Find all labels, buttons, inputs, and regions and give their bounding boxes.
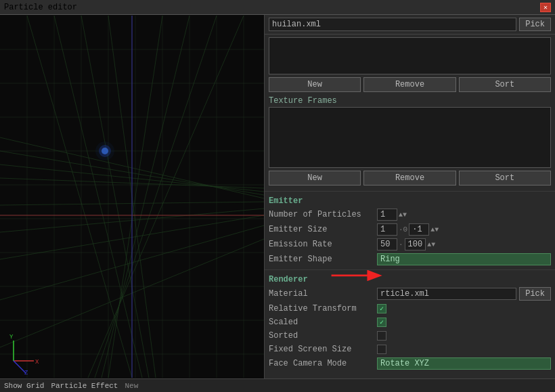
relative-transform-label: Relative Transform <box>269 304 377 313</box>
status-new[interactable]: New <box>125 382 138 390</box>
fixed-screen-size-row: Fixed Screen Size <box>269 343 551 356</box>
top-new-button[interactable]: New <box>269 77 361 92</box>
main-layout: X Y Z Pick New Remove Sort Texture Fra <box>0 15 555 378</box>
num-particles-value: 1 ▲▼ <box>377 209 551 221</box>
status-particle-effect[interactable]: Particle Effect <box>51 382 118 390</box>
svg-point-41 <box>95 141 114 160</box>
title-text: Particle editor <box>4 3 77 12</box>
emitter-header: Emitter <box>269 194 551 207</box>
material-input[interactable]: rticle.xml <box>377 288 516 300</box>
num-particles-row: Number of Particles 1 ▲▼ <box>269 207 551 222</box>
emitter-shape-value: Ring <box>377 253 551 265</box>
fixed-screen-size-checkbox[interactable] <box>377 345 386 354</box>
relative-transform-value <box>377 304 551 313</box>
emitter-size-label: Emitter Size <box>269 225 377 234</box>
status-show-grid[interactable]: Show Grid <box>4 382 44 390</box>
material-label: Material <box>269 289 377 299</box>
close-button[interactable]: ✕ <box>540 3 551 12</box>
bottom-btn-row: New Remove Sort <box>269 171 551 186</box>
file-pick-button[interactable]: Pick <box>519 18 551 31</box>
status-bar: Show Grid Particle Effect New <box>0 378 555 392</box>
emission-rate-spinner[interactable]: ▲▼ <box>427 241 435 248</box>
svg-text:X: X <box>35 359 39 366</box>
top-list-box <box>269 37 551 74</box>
face-camera-mode-value: Rotate XYZ <box>377 357 551 370</box>
emitter-size-x-label: ·0 <box>399 225 407 234</box>
emitter-size-y[interactable]: ·1 <box>409 223 429 236</box>
emission-rate-sep: · <box>399 240 403 248</box>
num-particles-label: Number of Particles <box>269 210 377 219</box>
emission-rate-label: Emission Rate <box>269 240 377 249</box>
texture-frames-list <box>269 107 551 168</box>
fixed-screen-size-value <box>377 345 551 354</box>
top-list-section: New Remove Sort Texture Frames New Remov… <box>265 35 555 191</box>
texture-frames-label: Texture Frames <box>269 95 551 107</box>
sorted-checkbox[interactable] <box>377 331 386 341</box>
scroll-area[interactable]: New Remove Sort Texture Frames New Remov… <box>265 35 555 378</box>
top-remove-button[interactable]: Remove <box>363 77 456 92</box>
file-name-input[interactable] <box>269 18 516 31</box>
scaled-row: Scaled <box>269 315 551 329</box>
face-camera-mode-row: Face Camera Mode Rotate XYZ <box>269 356 551 371</box>
scaled-value <box>377 318 551 327</box>
top-btn-row: New Remove Sort <box>269 77 551 92</box>
fixed-screen-size-label: Fixed Screen Size <box>269 345 377 354</box>
title-bar: Particle editor ✕ <box>0 0 555 15</box>
face-camera-mode-label: Face Camera Mode <box>269 359 377 368</box>
emitter-size-spinner[interactable]: ▲▼ <box>430 226 439 234</box>
material-value: rticle.xml Pick <box>377 287 551 301</box>
emitter-shape-label: Emitter Shape <box>269 255 377 264</box>
emitter-size-x[interactable]: 1 <box>377 223 397 236</box>
right-panel: Pick New Remove Sort Texture Frames New … <box>264 15 555 378</box>
emitter-shape-dropdown[interactable]: Ring <box>377 253 551 265</box>
emitter-size-value: 1 ·0 ·1 ▲▼ <box>377 223 551 236</box>
emission-rate-value: 50 · 100 ▲▼ <box>377 238 551 251</box>
bottom-remove-button[interactable]: Remove <box>363 171 456 186</box>
svg-text:Y: Y <box>9 334 14 341</box>
bottom-sort-button[interactable]: Sort <box>459 171 551 186</box>
scaled-checkbox[interactable] <box>377 318 386 327</box>
relative-transform-checkbox[interactable] <box>377 304 386 313</box>
renderer-section: Renderer Material rticle.xml Pick Relati… <box>265 269 555 374</box>
emitter-section: Emitter Number of Particles 1 ▲▼ Emitter… <box>265 191 555 269</box>
emission-rate-row: Emission Rate 50 · 100 ▲▼ <box>269 237 551 252</box>
num-particles-input[interactable]: 1 <box>377 209 397 221</box>
num-particles-spinner[interactable]: ▲▼ <box>399 211 407 219</box>
bottom-new-button[interactable]: New <box>269 171 361 186</box>
3d-viewport: X Y Z <box>0 15 264 378</box>
scaled-label: Scaled <box>269 318 377 327</box>
emitter-shape-row: Emitter Shape Ring <box>269 252 551 267</box>
svg-text:Z: Z <box>24 370 28 376</box>
emission-rate-max[interactable]: 100 <box>405 238 426 251</box>
emitter-size-row: Emitter Size 1 ·0 ·1 ▲▼ <box>269 222 551 237</box>
renderer-header: Renderer <box>269 273 551 286</box>
emission-rate-min[interactable]: 50 <box>377 238 397 251</box>
sorted-label: Sorted <box>269 331 377 341</box>
sorted-row: Sorted <box>269 329 551 343</box>
face-camera-mode-dropdown[interactable]: Rotate XYZ <box>377 357 551 370</box>
relative-transform-row: Relative Transform <box>269 302 551 315</box>
sorted-value <box>377 331 551 341</box>
top-sort-button[interactable]: Sort <box>459 77 551 92</box>
material-row: Material rticle.xml Pick <box>269 286 551 302</box>
file-row: Pick <box>265 15 555 35</box>
material-pick-button[interactable]: Pick <box>519 287 551 301</box>
